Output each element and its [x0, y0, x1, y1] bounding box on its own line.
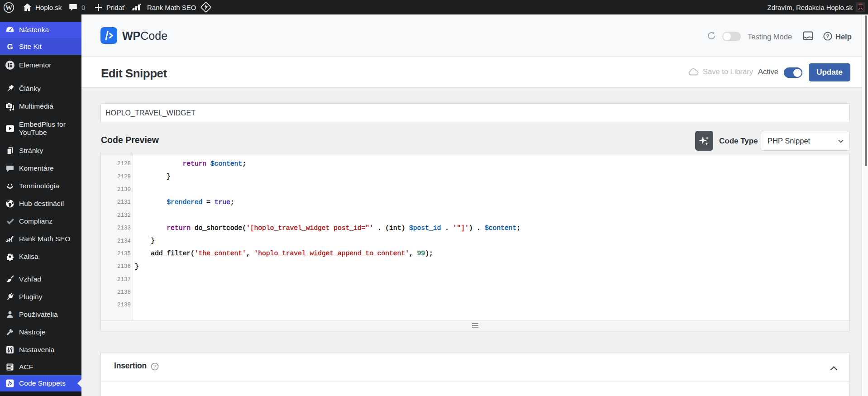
svg-text:G: G [7, 42, 13, 51]
svg-text:W: W [5, 3, 13, 11]
svg-text:?: ? [826, 33, 829, 39]
svg-text:?: ? [153, 364, 156, 369]
